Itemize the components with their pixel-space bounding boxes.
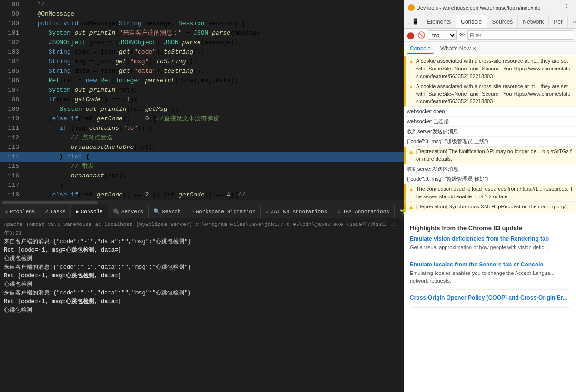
line-content: Ret ret = new Ret(Integer.parseInt(code)… — [24, 76, 404, 86]
bottom-tab-search[interactable]: 🔍Search — [149, 205, 186, 218]
warning-icon: ▲ — [408, 186, 414, 193]
devtools-tab-per[interactable]: Per — [549, 15, 568, 28]
code-line: 111 if (msg.contains("to")) { — [0, 124, 404, 133]
line-content: // 群发 — [24, 162, 404, 171]
devtools-panel: DevTools - warehouse.com/warehouse/login… — [404, 0, 576, 392]
message-text: {"code":0,"msg":"超级管理员 上线"} — [407, 137, 573, 145]
line-number: 105 — [0, 67, 24, 76]
bottom-tab-console[interactable]: ▶Console — [71, 205, 108, 218]
whats-new-tab-btn[interactable]: What's New × — [437, 43, 479, 54]
line-content: JSONObject json = (JSONObject) JSON.pars… — [24, 38, 404, 48]
whats-new-items: Emulate vision deficiencies from the Ren… — [410, 235, 570, 308]
line-content: System.out.println(ret.getMsg()); — [24, 105, 404, 114]
console-line: Ret [code=-1, msg=心跳包检测, data=] — [4, 272, 400, 280]
line-number: 117 — [0, 181, 24, 190]
devtools-icons-area: ⬚📱 — [404, 15, 422, 28]
devtools-message: ▲[Deprecation] The Notification API may … — [404, 147, 576, 164]
devtools-message: ▲[Deprecation] Synchronous XMLHttpReques… — [404, 202, 576, 212]
devtools-tab-console[interactable]: Console — [456, 15, 487, 28]
code-line: 110 }else if(ret.getCode() == 0){//直接发文本… — [0, 114, 404, 124]
line-content: broadcast(ret); — [24, 171, 404, 181]
whats-new-item: Cross-Origin Opener Policy (COOP) and Cr… — [410, 294, 570, 308]
devtools-message: websocket 已连接 — [404, 117, 576, 127]
whats-new-item: Emulate locales from the Sensors tab or … — [410, 261, 570, 290]
warning-icon: ▲ — [408, 83, 414, 90]
code-line: 98 */ — [0, 0, 404, 10]
devtools-menu-icon[interactable]: ⋮ — [561, 3, 572, 12]
line-content: String code = json.get("code").toString(… — [24, 48, 404, 57]
devtools-tab-elements[interactable]: Elements — [422, 15, 456, 28]
bottom-tab-problems[interactable]: ⚠Problems — [0, 205, 40, 218]
console-tab-btn[interactable]: Console — [407, 43, 434, 54]
bottom-tab-jax-ws-annotations[interactable]: ☕JAX-WS Annotations — [261, 205, 332, 218]
line-content: @OnMessage — [24, 10, 404, 19]
devtools-more-tabs[interactable]: » — [568, 15, 576, 28]
line-number: 100 — [0, 19, 24, 29]
devtools-tab-network[interactable]: Network — [518, 15, 549, 28]
code-scrollbar[interactable] — [0, 200, 404, 205]
line-content: if(ret.getCode() == -1){ — [24, 95, 404, 105]
bottom-tab-workspace-migration[interactable]: →Workspace Migration — [186, 205, 261, 218]
editor-and-console: 98 */99 @OnMessage100 public void onMess… — [0, 0, 404, 392]
bottom-tab-spring[interactable]: 🌱Spring — [395, 205, 404, 218]
message-text: 收到server发送的消息 — [407, 127, 573, 135]
inspect-icon[interactable]: ⬚ — [407, 18, 410, 25]
message-text: websocket 已连接 — [407, 118, 573, 125]
code-line: 118 }else if(ret.getCode() == 2 || ret.g… — [0, 190, 404, 200]
main-area: 98 */99 @OnMessage100 public void onMess… — [0, 0, 576, 392]
whats-new-item-title[interactable]: Emulate locales from the Sensors tab or … — [410, 261, 570, 268]
line-number: 113 — [0, 143, 24, 152]
code-line: 107 System.out.println(ret); — [0, 86, 404, 95]
console-line: 心跳包检测 — [4, 280, 400, 289]
console-line: 来自客户端的消息:{"code":"-1","data":"","msg":"心… — [4, 237, 400, 246]
devtools-message: ▲A cookie associated with a cross-site r… — [404, 56, 576, 81]
line-content: System.out.println(ret); — [24, 86, 404, 95]
console-line: Ret [code=-1, msg=心跳包检测, data=] — [4, 246, 400, 255]
whats-new-close-icon[interactable]: × — [472, 45, 476, 52]
bottom-tab-jpa-annotations[interactable]: ☕JPA Annotations — [332, 205, 395, 218]
message-text: A cookie associated with a cross-site re… — [416, 82, 573, 105]
message-text: 收到server发送的消息 — [407, 165, 573, 173]
devtools-message: {"code":0,"msg":"超级管理员 你好"} — [404, 174, 576, 184]
line-number: 111 — [0, 124, 24, 133]
line-number: 99 — [0, 10, 24, 19]
line-content: }else if(ret.getCode() == 2 || ret.getCo… — [24, 190, 404, 200]
line-number: 103 — [0, 48, 24, 57]
line-content: System.out.println("来自客户端的消息：" + JSON.pa… — [24, 29, 404, 38]
code-line: 102 JSONObject json = (JSONObject) JSON.… — [0, 38, 404, 48]
devtools-tab-sources[interactable]: Sources — [487, 15, 518, 28]
filter-input[interactable] — [467, 30, 573, 40]
clear-console-icon[interactable]: 🚫 — [417, 31, 425, 39]
devtools-message: ▲A cookie associated with a cross-site r… — [404, 81, 576, 107]
line-content: } else { — [24, 152, 404, 162]
device-toggle-icon[interactable]: 📱 — [412, 18, 419, 25]
context-selector[interactable]: top — [428, 30, 457, 40]
whats-new-item-title[interactable]: Cross-Origin Opener Policy (COOP) and Cr… — [410, 294, 570, 301]
bottom-tab-servers[interactable]: 🔌Servers — [108, 205, 149, 218]
line-content: }else if(ret.getCode() == 0){//直接发文本没有弹窗 — [24, 114, 404, 124]
code-line: 103 String code = json.get("code").toStr… — [0, 48, 404, 57]
message-text: [Deprecation] The Notification API may n… — [416, 147, 573, 163]
devtools-message: ▲The connection used to load resources f… — [404, 184, 576, 202]
bottom-tab-tasks[interactable]: ✓Tasks — [40, 205, 71, 218]
line-content: if (msg.contains("to")) { — [24, 124, 404, 133]
whats-new-item-title[interactable]: Emulate vision deficiencies from the Ren… — [410, 235, 570, 242]
code-line: 108 if(ret.getCode() == -1){ — [0, 95, 404, 105]
stop-recording-icon[interactable]: ⬤ — [407, 31, 415, 39]
devtools-top-tabs: ⬚📱ElementsConsoleSourcesNetworkPer» — [404, 15, 576, 29]
code-line: 109 System.out.println(ret.getMsg()); — [0, 105, 404, 114]
code-scrollbar-thumb[interactable] — [2, 201, 98, 204]
eye-icon[interactable]: 👁 — [459, 32, 465, 38]
devtools-message: {"code":0,"msg":"超级管理员 上线"} — [404, 137, 576, 147]
line-number: 108 — [0, 95, 24, 105]
whats-new-item: Emulate vision deficiencies from the Ren… — [410, 235, 570, 256]
whats-new-label: What's New — [440, 45, 471, 52]
code-line: 104 String msg = json.get("msg").toStrin… — [0, 57, 404, 67]
devtools-header: DevTools - warehouse.com/warehouse/login… — [404, 0, 576, 15]
devtools-console-tab-bar: Console What's New × — [404, 42, 576, 55]
console-content: Apache Tomcat v8.0 warehouse at localhos… — [0, 218, 404, 338]
devtools-messages: ▲A cookie associated with a cross-site r… — [404, 55, 576, 221]
code-line: 113 broadcastOneToOne(ret); — [0, 143, 404, 152]
line-number: 107 — [0, 86, 24, 95]
line-number: 109 — [0, 105, 24, 114]
